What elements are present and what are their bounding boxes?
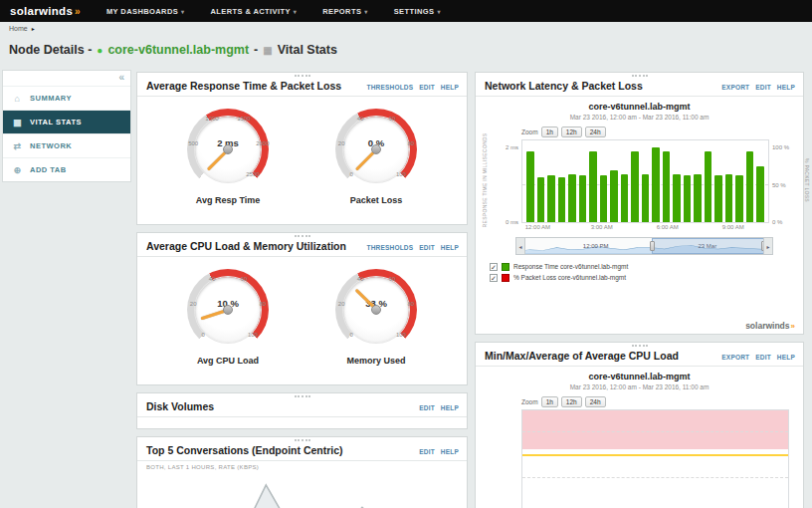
zoom-1h-button[interactable]: 1h: [541, 396, 558, 407]
help-link[interactable]: HELP: [777, 354, 795, 361]
response-time-bar: [579, 175, 587, 222]
zoom-12h-button[interactable]: 12h: [561, 396, 582, 407]
edit-link[interactable]: EDIT: [419, 244, 435, 251]
scrubber-handle-left[interactable]: [650, 241, 655, 251]
widget-title: Average CPU Load & Memory Utilization: [146, 240, 346, 252]
legend-label: Response Time core-v6tunnel.lab-mgmt: [513, 263, 628, 270]
time-range-scrubber[interactable]: 12:00 PM 23 Mar ◂ ▸: [515, 237, 773, 255]
solarwinds-logo[interactable]: solarwinds »: [10, 5, 81, 17]
response-time-bar: [600, 175, 608, 222]
gauge-tick: 2500: [246, 171, 259, 177]
view-icon: ▦: [263, 45, 272, 56]
drag-handle-icon[interactable]: [295, 235, 310, 237]
edit-link[interactable]: EDIT: [755, 354, 771, 361]
gauge-packet-loss: 020406080100 0 % Packet Loss: [312, 107, 440, 205]
zoom-24h-button[interactable]: 24h: [585, 127, 606, 137]
widget-network-latency: Network Latency & Packet Loss EXPORT EDI…: [475, 72, 804, 335]
title-prefix: Node Details -: [9, 43, 92, 57]
x-axis-tick: 12:00 AM: [525, 224, 550, 230]
breadcrumb-arrow-icon: ▸: [32, 25, 35, 32]
gauge-tick: 0: [349, 171, 352, 177]
edit-link[interactable]: EDIT: [419, 84, 435, 91]
drag-handle-icon[interactable]: [632, 345, 648, 347]
export-link[interactable]: EXPORT: [721, 354, 749, 361]
drag-handle-icon[interactable]: [632, 75, 648, 77]
help-link[interactable]: HELP: [441, 244, 459, 251]
drag-handle-icon[interactable]: [295, 439, 310, 441]
chart-subtitle: Mar 23 2016, 12:00 am - Mar 23 2016, 11:…: [476, 114, 803, 121]
thresholds-link[interactable]: THRESHOLDS: [366, 244, 413, 251]
subview-sidebar: « ⌂ SUMMARY ▦ VITAL STATS ⇄ NETWORK ⊕ AD…: [2, 70, 131, 182]
scrub-left-arrow-button[interactable]: ◂: [516, 238, 525, 254]
gauge-tick: 0: [349, 332, 352, 338]
logo-text: solarwinds: [10, 5, 73, 17]
nav-alerts-activity[interactable]: ALERTS & ACTIVITY ▾: [211, 7, 298, 16]
response-time-bar: [652, 147, 660, 222]
response-time-bar: [714, 175, 722, 222]
latency-plot: RESPONSE TIME IN MILLISECONDS % PACKET L…: [521, 139, 769, 223]
help-link[interactable]: HELP: [441, 448, 459, 455]
gauge-hub-icon: [223, 305, 233, 315]
sidebar-item-network[interactable]: ⇄ NETWORK: [3, 133, 130, 157]
chevron-down-icon: ▾: [437, 8, 440, 15]
edit-link[interactable]: EDIT: [755, 84, 771, 91]
cpu-plot: AVERAGE CPU LOAD 100 %50 %0 %: [521, 409, 789, 508]
zoom-24h-button[interactable]: 24h: [585, 396, 606, 407]
scrubber-left-label: 12:00 PM: [583, 243, 609, 249]
right-column: Network Latency & Packet Loss EXPORT EDI…: [475, 72, 804, 508]
help-link[interactable]: HELP: [441, 404, 459, 411]
drag-handle-icon[interactable]: [295, 395, 310, 397]
edit-link[interactable]: EDIT: [419, 448, 435, 455]
sidebar-collapse-button[interactable]: «: [3, 71, 130, 86]
response-time-bar: [610, 170, 618, 222]
response-time-bar: [547, 175, 555, 222]
sidebar-item-add-tab[interactable]: ⊕ ADD TAB: [3, 157, 130, 181]
legend-checkbox[interactable]: ✓: [490, 274, 498, 282]
sidebar-item-summary[interactable]: ⌂ SUMMARY: [3, 86, 130, 110]
node-status-up-icon: ●: [97, 45, 102, 56]
arrow-left-icon: ◂: [518, 243, 521, 250]
legend-swatch-red: [502, 274, 509, 282]
nav-reports[interactable]: REPORTS ▾: [322, 7, 367, 16]
drag-handle-icon[interactable]: [295, 75, 310, 77]
gridline: [522, 431, 788, 432]
home-icon: ⌂: [12, 94, 23, 104]
node-link[interactable]: core-v6tunnel.lab-mgmt: [107, 43, 249, 57]
zoom-1h-button[interactable]: 1h: [541, 127, 558, 137]
x-axis-tick: 3:00 AM: [591, 224, 613, 230]
help-link[interactable]: HELP: [777, 84, 795, 91]
response-time-bar: [684, 175, 692, 222]
response-time-bar: [694, 174, 702, 222]
nav-label: ALERTS & ACTIVITY: [211, 7, 291, 16]
scrub-right-arrow-button[interactable]: ▸: [763, 238, 772, 254]
nav-my-dashboards[interactable]: MY DASHBOARDS ▾: [106, 7, 185, 16]
gauge-tick: 60: [389, 276, 396, 282]
gauge-tick: 60: [241, 276, 248, 282]
gauge-tick: 100: [396, 332, 406, 338]
gridline: [522, 477, 788, 478]
nav-label: REPORTS: [322, 7, 361, 16]
breadcrumb-home-link[interactable]: Home: [9, 25, 28, 32]
sidebar-item-vital-stats[interactable]: ▦ VITAL STATS: [3, 110, 130, 133]
response-time-bar: [631, 151, 639, 222]
help-link[interactable]: HELP: [441, 84, 459, 91]
response-time-bar: [663, 151, 671, 222]
gauge-label: Memory Used: [312, 356, 440, 366]
axis-tick: 100 %: [772, 144, 789, 150]
gauge-tick: 1000: [205, 116, 218, 122]
zoom-label: Zoom: [521, 398, 538, 405]
thresholds-link[interactable]: THRESHOLDS: [366, 84, 413, 91]
gauge-dial: 020406080100 0 %: [335, 109, 417, 190]
logo-arrow-icon: »: [75, 6, 81, 17]
nav-settings[interactable]: SETTINGS ▾: [394, 7, 441, 16]
axis-tick: 0 ms: [506, 219, 518, 225]
response-time-bar: [746, 151, 754, 222]
chevron-down-icon: ▾: [294, 8, 297, 15]
top5-sparkline: [145, 476, 459, 508]
export-link[interactable]: EXPORT: [721, 84, 749, 91]
edit-link[interactable]: EDIT: [419, 404, 435, 411]
scrubber-selection[interactable]: [652, 238, 764, 254]
zoom-12h-button[interactable]: 12h: [561, 127, 582, 137]
legend-checkbox[interactable]: ✓: [490, 263, 498, 271]
widget-avg-response-packet-loss: Average Response Time & Packet Loss THRE…: [136, 72, 468, 225]
